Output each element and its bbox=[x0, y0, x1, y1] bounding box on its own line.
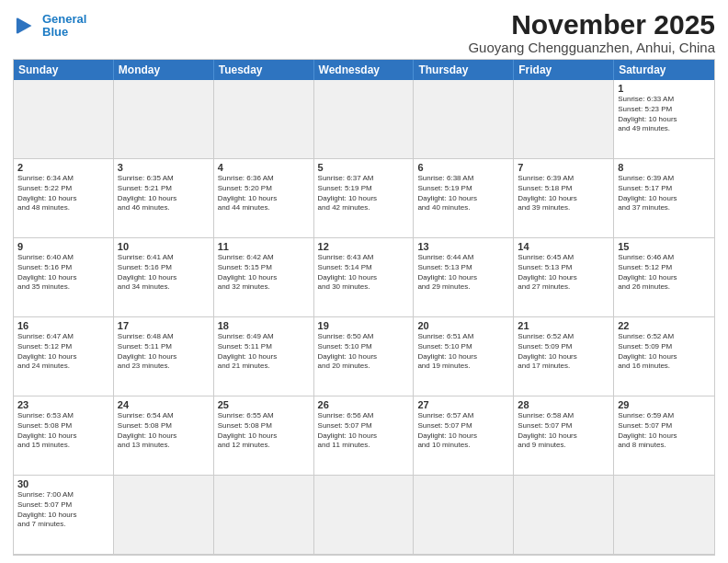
page: General Blue November 2025 Guoyang Cheng… bbox=[0, 0, 728, 563]
empty-cell bbox=[314, 476, 415, 555]
cell-info: Sunrise: 6:54 AMSunset: 5:08 PMDaylight:… bbox=[118, 411, 210, 451]
cell-date: 22 bbox=[618, 320, 711, 331]
generalblue-logo-icon bbox=[13, 15, 39, 37]
day-header-monday: Monday bbox=[114, 60, 214, 80]
calendar-cell-5: 5Sunrise: 6:37 AMSunset: 5:19 PMDaylight… bbox=[314, 159, 415, 238]
cell-date: 21 bbox=[518, 320, 609, 331]
calendar-cell-25: 25Sunrise: 6:55 AMSunset: 5:08 PMDayligh… bbox=[214, 396, 314, 476]
cell-info: Sunrise: 6:35 AMSunset: 5:21 PMDaylight:… bbox=[118, 174, 210, 213]
empty-cell bbox=[114, 476, 214, 555]
empty-cell bbox=[414, 80, 514, 159]
day-header-thursday: Thursday bbox=[414, 60, 514, 80]
calendar-cell-20: 20Sunrise: 6:51 AMSunset: 5:10 PMDayligh… bbox=[414, 317, 514, 396]
cell-info: Sunrise: 6:48 AMSunset: 5:11 PMDaylight:… bbox=[118, 332, 210, 372]
cell-info: Sunrise: 6:59 AMSunset: 5:07 PMDaylight:… bbox=[618, 411, 711, 451]
cell-info: Sunrise: 6:34 AMSunset: 5:22 PMDaylight:… bbox=[17, 174, 109, 213]
cell-date: 23 bbox=[17, 399, 109, 410]
cell-date: 16 bbox=[17, 320, 109, 331]
cell-date: 25 bbox=[218, 399, 310, 410]
cell-date: 24 bbox=[118, 399, 210, 410]
calendar-cell-16: 16Sunrise: 6:47 AMSunset: 5:12 PMDayligh… bbox=[14, 317, 114, 396]
cell-date: 9 bbox=[17, 241, 109, 252]
calendar-cell-17: 17Sunrise: 6:48 AMSunset: 5:11 PMDayligh… bbox=[114, 317, 214, 396]
calendar-cell-11: 11Sunrise: 6:42 AMSunset: 5:15 PMDayligh… bbox=[214, 238, 314, 317]
cell-date: 5 bbox=[318, 162, 410, 173]
cell-info: Sunrise: 6:56 AMSunset: 5:07 PMDaylight:… bbox=[318, 411, 410, 451]
day-header-wednesday: Wednesday bbox=[314, 60, 415, 80]
calendar-cell-27: 27Sunrise: 6:57 AMSunset: 5:07 PMDayligh… bbox=[414, 396, 514, 476]
calendar-grid: 1Sunrise: 6:33 AMSunset: 5:23 PMDaylight… bbox=[14, 80, 714, 555]
calendar-cell-30: 30Sunrise: 7:00 AMSunset: 5:07 PMDayligh… bbox=[14, 476, 114, 555]
calendar-cell-10: 10Sunrise: 6:41 AMSunset: 5:16 PMDayligh… bbox=[114, 238, 214, 317]
cell-info: Sunrise: 6:45 AMSunset: 5:13 PMDaylight:… bbox=[518, 253, 609, 293]
cell-info: Sunrise: 6:47 AMSunset: 5:12 PMDaylight:… bbox=[17, 332, 109, 372]
empty-cell bbox=[114, 80, 214, 159]
cell-info: Sunrise: 6:37 AMSunset: 5:19 PMDaylight:… bbox=[318, 174, 410, 213]
cell-info: Sunrise: 6:46 AMSunset: 5:12 PMDaylight:… bbox=[618, 253, 711, 293]
cell-date: 29 bbox=[618, 399, 711, 410]
month-title: November 2025 bbox=[468, 9, 715, 40]
calendar-cell-21: 21Sunrise: 6:52 AMSunset: 5:09 PMDayligh… bbox=[514, 317, 614, 396]
calendar-cell-22: 22Sunrise: 6:52 AMSunset: 5:09 PMDayligh… bbox=[614, 317, 714, 396]
cell-info: Sunrise: 6:39 AMSunset: 5:17 PMDaylight:… bbox=[618, 174, 711, 213]
logo-blue: Blue bbox=[42, 25, 68, 39]
calendar-cell-9: 9Sunrise: 6:40 AMSunset: 5:16 PMDaylight… bbox=[14, 238, 114, 317]
header: General Blue November 2025 Guoyang Cheng… bbox=[13, 9, 715, 55]
empty-cell bbox=[414, 476, 514, 555]
calendar-cell-3: 3Sunrise: 6:35 AMSunset: 5:21 PMDaylight… bbox=[114, 159, 214, 238]
cell-date: 26 bbox=[318, 399, 410, 410]
calendar-cell-7: 7Sunrise: 6:39 AMSunset: 5:18 PMDaylight… bbox=[514, 159, 614, 238]
empty-cell bbox=[214, 80, 314, 159]
calendar-cell-28: 28Sunrise: 6:58 AMSunset: 5:07 PMDayligh… bbox=[514, 396, 614, 476]
empty-cell bbox=[314, 80, 415, 159]
cell-date: 20 bbox=[417, 320, 509, 331]
calendar-cell-29: 29Sunrise: 6:59 AMSunset: 5:07 PMDayligh… bbox=[614, 396, 714, 476]
cell-info: Sunrise: 6:50 AMSunset: 5:10 PMDaylight:… bbox=[318, 332, 410, 372]
calendar-cell-18: 18Sunrise: 6:49 AMSunset: 5:11 PMDayligh… bbox=[214, 317, 314, 396]
calendar: SundayMondayTuesdayWednesdayThursdayFrid… bbox=[13, 59, 715, 556]
empty-cell bbox=[614, 476, 714, 555]
empty-cell bbox=[14, 80, 114, 159]
calendar-cell-24: 24Sunrise: 6:54 AMSunset: 5:08 PMDayligh… bbox=[114, 396, 214, 476]
cell-date: 19 bbox=[318, 320, 410, 331]
cell-info: Sunrise: 6:52 AMSunset: 5:09 PMDaylight:… bbox=[518, 332, 609, 372]
cell-date: 13 bbox=[417, 241, 509, 252]
day-header-saturday: Saturday bbox=[614, 60, 714, 80]
location-title: Guoyang Chengguanzhen, Anhui, China bbox=[468, 40, 715, 55]
cell-date: 28 bbox=[518, 399, 609, 410]
cell-date: 30 bbox=[17, 478, 109, 489]
calendar-cell-6: 6Sunrise: 6:38 AMSunset: 5:19 PMDaylight… bbox=[414, 159, 514, 238]
calendar-cell-23: 23Sunrise: 6:53 AMSunset: 5:08 PMDayligh… bbox=[14, 396, 114, 476]
cell-info: Sunrise: 6:49 AMSunset: 5:11 PMDaylight:… bbox=[218, 332, 310, 372]
cell-date: 3 bbox=[118, 162, 210, 173]
empty-cell bbox=[514, 476, 614, 555]
cell-date: 12 bbox=[318, 241, 410, 252]
cell-info: Sunrise: 6:51 AMSunset: 5:10 PMDaylight:… bbox=[417, 332, 509, 372]
calendar-cell-1: 1Sunrise: 6:33 AMSunset: 5:23 PMDaylight… bbox=[614, 80, 714, 159]
calendar-cell-8: 8Sunrise: 6:39 AMSunset: 5:17 PMDaylight… bbox=[614, 159, 714, 238]
cell-info: Sunrise: 6:40 AMSunset: 5:16 PMDaylight:… bbox=[17, 253, 109, 293]
cell-date: 11 bbox=[218, 241, 310, 252]
logo-text: General Blue bbox=[42, 13, 86, 40]
calendar-cell-13: 13Sunrise: 6:44 AMSunset: 5:13 PMDayligh… bbox=[414, 238, 514, 317]
cell-date: 17 bbox=[118, 320, 210, 331]
cell-info: Sunrise: 6:39 AMSunset: 5:18 PMDaylight:… bbox=[518, 174, 609, 213]
cell-date: 27 bbox=[417, 399, 509, 410]
calendar-cell-14: 14Sunrise: 6:45 AMSunset: 5:13 PMDayligh… bbox=[514, 238, 614, 317]
cell-date: 4 bbox=[218, 162, 310, 173]
cell-info: Sunrise: 6:43 AMSunset: 5:14 PMDaylight:… bbox=[318, 253, 410, 293]
cell-date: 2 bbox=[17, 162, 109, 173]
cell-info: Sunrise: 6:53 AMSunset: 5:08 PMDaylight:… bbox=[17, 411, 109, 451]
calendar-cell-15: 15Sunrise: 6:46 AMSunset: 5:12 PMDayligh… bbox=[614, 238, 714, 317]
title-block: November 2025 Guoyang Chengguanzhen, Anh… bbox=[468, 9, 715, 55]
cell-info: Sunrise: 7:00 AMSunset: 5:07 PMDaylight:… bbox=[17, 490, 109, 530]
cell-info: Sunrise: 6:41 AMSunset: 5:16 PMDaylight:… bbox=[118, 253, 210, 293]
logo-general: General bbox=[42, 12, 86, 26]
cell-info: Sunrise: 6:33 AMSunset: 5:23 PMDaylight:… bbox=[618, 95, 711, 134]
day-header-sunday: Sunday bbox=[14, 60, 114, 80]
cell-date: 18 bbox=[218, 320, 310, 331]
cell-info: Sunrise: 6:58 AMSunset: 5:07 PMDaylight:… bbox=[518, 411, 609, 451]
cell-info: Sunrise: 6:57 AMSunset: 5:07 PMDaylight:… bbox=[417, 411, 509, 451]
cell-date: 10 bbox=[118, 241, 210, 252]
day-header-tuesday: Tuesday bbox=[214, 60, 314, 80]
